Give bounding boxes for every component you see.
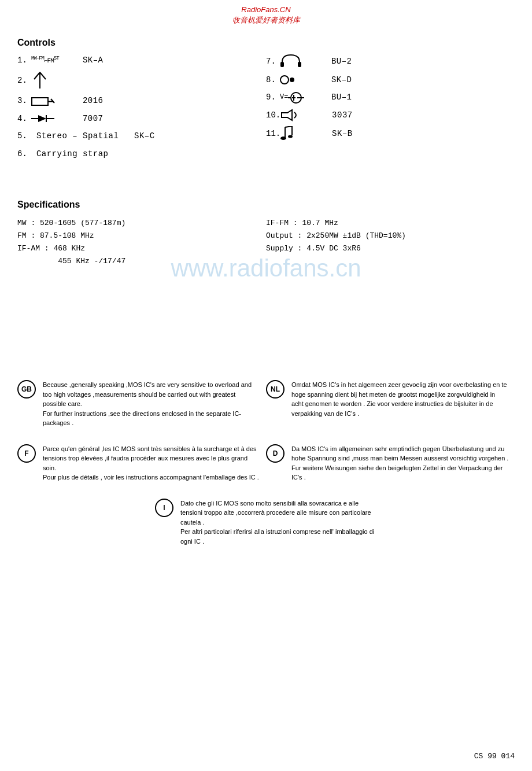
- spec-ifam2: 455 KHz -/17/47: [17, 255, 266, 268]
- control-label-5: Stereo – Spatial SK–C: [31, 130, 155, 142]
- battery-icon: [288, 91, 304, 104]
- control-num-10: 10.: [266, 109, 280, 121]
- control-symbol-10: [280, 109, 327, 121]
- antenna-icon: [31, 71, 49, 90]
- control-item-3: 3. 2016: [17, 94, 266, 107]
- voltage-text: V=: [280, 92, 288, 103]
- specs-section: Specifications MW : 520-1605 (577-187m) …: [17, 200, 515, 268]
- control-item-1: 1. MW-FM⌐FMST SK–A: [17, 54, 266, 67]
- watermark-line2: 收音机爱好者资料库: [232, 15, 300, 25]
- mwfm-symbol: MW-FM⌐FMST: [31, 54, 59, 66]
- control-num-9: 9.: [266, 91, 280, 104]
- lang-badge-nl: NL: [266, 380, 285, 399]
- control-item-6: 6. Carrying strap: [17, 147, 266, 160]
- lang-grid: GB Because ,generally speaking ,MOS IC's…: [17, 372, 515, 554]
- control-item-4: 4. 7007: [17, 112, 266, 125]
- specs-right: IF-FM : 10.7 MHz Output : 2x250MW ±1dB (…: [266, 217, 515, 268]
- doc-id: CS 99 014: [474, 752, 515, 761]
- control-symbol-7: [280, 54, 326, 69]
- control-label-9: BU–1: [326, 91, 352, 104]
- control-label-3: 2016: [77, 94, 104, 107]
- control-symbol-8: [280, 73, 326, 86]
- svg-point-12: [280, 76, 289, 84]
- controls-grid: 1. MW-FM⌐FMST SK–A 2.: [17, 54, 515, 165]
- svg-line-2: [40, 72, 46, 79]
- control-item-9: 9. V= BU–1: [266, 91, 515, 104]
- lang-text-gb: Because ,generally speaking ,MOS IC's ar…: [43, 380, 260, 428]
- spec-fm: FM : 87.5-108 MHz: [17, 230, 266, 242]
- control-num-4: 4.: [17, 112, 31, 125]
- svg-marker-7: [38, 115, 46, 122]
- controls-section: Controls 1. MW-FM⌐FMST SK–A 2.: [17, 38, 515, 165]
- spec-ifam: IF-AM : 468 KHz: [17, 242, 266, 255]
- spec-iffm: IF-FM : 10.7 MHz: [266, 217, 515, 230]
- control-num-6: 6.: [17, 147, 31, 160]
- control-symbol-11: [280, 126, 327, 141]
- control-num-3: 3.: [17, 94, 31, 107]
- svg-rect-10: [280, 62, 284, 67]
- speaker-icon: [280, 109, 302, 121]
- controls-right: 7. BU–2 8.: [266, 54, 515, 165]
- control-symbol-2: [31, 71, 77, 90]
- control-num-2: 2.: [17, 74, 31, 87]
- lang-badge-i: I: [155, 499, 173, 517]
- control-item-8: 8. SK–D: [266, 73, 515, 86]
- lang-text-f: Parce qu'en général ,les IC MOS sont trè…: [43, 444, 260, 482]
- control-label-7: BU–2: [326, 55, 352, 68]
- control-symbol-3: [31, 95, 77, 108]
- lang-text-i: Dato che gli IC MOS sono molto sensibili…: [180, 499, 377, 547]
- note-icon: [280, 126, 294, 141]
- control-num-8: 8.: [266, 73, 280, 86]
- control-symbol-1: MW-FM⌐FMST: [31, 54, 77, 66]
- control-label-4: 7007: [77, 112, 104, 125]
- lang-block-gb: GB Because ,generally speaking ,MOS IC's…: [17, 372, 266, 436]
- control-num-7: 7.: [266, 55, 280, 68]
- controls-title: Controls: [17, 38, 515, 48]
- svg-rect-11: [298, 62, 301, 67]
- control-symbol-4: [31, 113, 77, 124]
- lang-badge-f: F: [17, 444, 36, 463]
- headphone-icon: [280, 54, 302, 69]
- control-label-10: 3037: [327, 109, 353, 121]
- control-item-10: 10. 3037: [266, 109, 515, 121]
- control-num-1: 1.: [17, 54, 31, 67]
- circle-icon: [280, 73, 297, 86]
- svg-line-1: [34, 72, 40, 79]
- diode-icon: [31, 113, 63, 124]
- spec-mw: MW : 520-1605 (577-187m): [17, 217, 266, 230]
- control-item-2: 2.: [17, 71, 266, 90]
- lang-badge-d: D: [266, 444, 285, 463]
- lang-badge-gb: GB: [17, 380, 36, 399]
- lang-text-d: Da MOS IC's im allgemeinen sehr emptindl…: [291, 444, 509, 482]
- control-num-11: 11.: [266, 127, 280, 140]
- lang-block-d: D Da MOS IC's im allgemeinen sehr emptin…: [266, 436, 515, 490]
- spec-supply: Supply : 4.5V DC 3xR6: [266, 242, 515, 255]
- control-label-8: SK–D: [326, 73, 352, 86]
- svg-rect-3: [32, 98, 48, 105]
- specs-title: Specifications: [17, 200, 515, 210]
- control-label-11: SK–B: [327, 127, 353, 140]
- languages-section: GB Because ,generally speaking ,MOS IC's…: [17, 372, 515, 554]
- control-item-5: 5. Stereo – Spatial SK–C: [17, 130, 266, 142]
- specs-grid: MW : 520-1605 (577-187m) FM : 87.5-108 M…: [17, 217, 515, 268]
- control-symbol-9: V=: [280, 91, 326, 104]
- svg-point-25: [288, 135, 293, 138]
- specs-left: MW : 520-1605 (577-187m) FM : 87.5-108 M…: [17, 217, 266, 268]
- lang-block-f: F Parce qu'en général ,les IC MOS sont t…: [17, 436, 266, 490]
- rect-symbol-icon: [31, 95, 60, 108]
- svg-point-13: [290, 78, 294, 82]
- control-item-7: 7. BU–2: [266, 54, 515, 69]
- watermark-top: RadioFans.CN 收音机爱好者资料库: [232, 5, 300, 25]
- lang-text-nl: Omdat MOS IC's in het algemeen zeer gevo…: [291, 380, 509, 418]
- control-num-5: 5.: [17, 130, 31, 142]
- control-label-6: Carrying strap: [31, 147, 109, 160]
- lang-block-i: I Dato che gli IC MOS sono molto sensibi…: [17, 490, 515, 555]
- svg-marker-20: [282, 110, 292, 120]
- control-label-1: SK–A: [77, 54, 104, 67]
- svg-point-24: [280, 137, 286, 140]
- watermark-line1: RadioFans.CN: [232, 5, 300, 15]
- lang-block-nl: NL Omdat MOS IC's in het algemeen zeer g…: [266, 372, 515, 436]
- controls-left: 1. MW-FM⌐FMST SK–A 2.: [17, 54, 266, 165]
- spec-output: Output : 2x250MW ±1dB (THD=10%): [266, 230, 515, 242]
- svg-line-22: [285, 126, 292, 127]
